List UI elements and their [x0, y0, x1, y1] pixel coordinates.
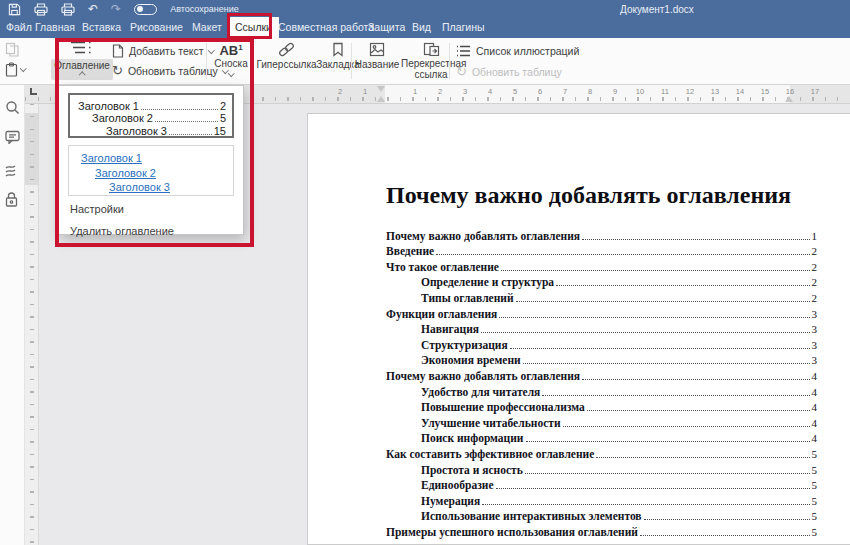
ruler-number-cm-11: 12	[686, 87, 694, 96]
menu-tab-7[interactable]: Защита	[368, 17, 405, 38]
toc-preview-row-0: Заголовок 12	[76, 99, 226, 112]
first-line-indent-marker[interactable]	[377, 86, 385, 92]
tab-stop-selector-icon[interactable]	[30, 88, 37, 95]
toc-entry-3: Определение и структура2	[386, 273, 817, 289]
undo-icon[interactable]: ↶	[88, 3, 98, 15]
protection-lock-icon[interactable]	[5, 192, 20, 207]
hyperlink-icon	[278, 42, 295, 57]
ruler-number-cm-12: 13	[711, 87, 719, 96]
toc-style-links-option[interactable]: Заголовок 1Заголовок 2Заголовок 3	[68, 145, 234, 196]
toc-remove-item[interactable]: Удалить оглавление	[70, 225, 174, 237]
toc-style-numbered-option[interactable]: Заголовок 12Заголовок 25Заголовок 315	[68, 93, 234, 138]
menu-tab-2[interactable]: Вставка	[82, 17, 121, 38]
toc-entry-0: Почему важно добавлять оглавления1	[386, 226, 817, 242]
ruler-number-cm-6: 7	[563, 87, 567, 96]
toc-entry-15: Простота и ясность5	[386, 460, 817, 476]
toc-entry-18: Использование интерактивных элементов5	[386, 507, 817, 523]
ribbon-toolbar: Оглавление Добавить текст ↻ Обновить таб…	[0, 38, 850, 85]
left-indent-marker[interactable]	[377, 96, 385, 102]
toc-link-preview-0: Заголовок 1	[81, 151, 227, 166]
right-indent-marker[interactable]	[785, 96, 793, 102]
toc-entry-10: Удобство для читателя4	[386, 382, 817, 398]
ruler-number-cm-14: 15	[761, 87, 769, 96]
group-separator	[449, 43, 450, 79]
hyperlink-button[interactable]: Гиперссылка	[258, 42, 315, 70]
ruler-number-margin-0: 2	[338, 87, 342, 96]
ruler-number-cm-7: 8	[588, 87, 592, 96]
refresh-icon: ↻	[456, 66, 467, 78]
toc-entry-8: Экономия времени3	[386, 351, 817, 367]
redo-icon[interactable]: ↷	[111, 3, 121, 15]
figures-list-label: Список иллюстраций	[476, 45, 579, 57]
footnote-button[interactable]: AB1 Сноска	[211, 40, 251, 76]
update-figures-table-button[interactable]: ↻ Обновить таблицу	[456, 66, 562, 78]
search-icon[interactable]	[5, 100, 20, 115]
toc-link-preview-2: Заголовок 3	[109, 180, 227, 195]
cross-reference-button[interactable]: Перекрестная ссылка	[400, 42, 462, 80]
menu-tab-9[interactable]: Плагины	[442, 17, 485, 38]
save-icon[interactable]	[7, 3, 21, 16]
autosave-label: Автосохранение	[170, 4, 239, 14]
print-icon[interactable]	[34, 3, 48, 16]
menu-tab-6[interactable]: Совместная работа	[278, 17, 374, 38]
hyperlink-label: Гиперссылка	[256, 59, 316, 70]
ruler-number-cm-2: 3	[463, 87, 467, 96]
caption-button[interactable]: Название	[354, 42, 400, 70]
menu-tab-0[interactable]: Файл	[6, 17, 32, 38]
add-text-icon	[112, 44, 124, 58]
add-text-label: Добавить текст	[129, 45, 204, 57]
toc-entry-4: Типы оглавлений2	[386, 288, 817, 304]
vertical-ruler	[25, 104, 39, 545]
ruler-number-cm-8: 9	[613, 87, 617, 96]
ruler-number-cm-4: 5	[513, 87, 517, 96]
quick-access-toolbar: ↶ ↷ Автосохранение	[7, 2, 239, 16]
toc-entry-16: Единообразие5	[386, 476, 817, 492]
ruler-number-cm-16: 17	[811, 87, 819, 96]
menu-tab-1[interactable]: Главная	[35, 17, 75, 38]
document-filename: Документ1.docx	[620, 4, 694, 15]
chevron-down-icon	[228, 70, 234, 76]
footnote-label: Сноска	[214, 58, 247, 69]
ruler-number-cm-15: 16	[786, 87, 794, 96]
paste-button[interactable]	[5, 62, 26, 77]
app-window: ↶ ↷ Автосохранение Документ1.docx ФайлГл…	[0, 0, 850, 545]
titlebar: ↶ ↷ Автосохранение Документ1.docx ФайлГл…	[0, 0, 850, 38]
table-of-contents-button[interactable]: Оглавление	[58, 40, 106, 80]
comments-icon[interactable]	[5, 130, 20, 145]
figures-list-button[interactable]: Список иллюстраций	[456, 45, 579, 57]
autosave-toggle[interactable]	[134, 4, 157, 15]
group-separator	[351, 43, 352, 79]
menu-tab-8[interactable]: Вид	[412, 17, 431, 38]
ruler-number-cm-3: 4	[488, 87, 492, 96]
menu-tab-5[interactable]: Ссылки	[228, 17, 279, 38]
menu-tab-3[interactable]: Рисование	[130, 17, 183, 38]
ruler-number-cm-13: 14	[736, 87, 744, 96]
group-separator	[252, 43, 253, 79]
ruler-number-cm-10: 11	[661, 87, 669, 96]
toc-entry-9: Почему важно добавлять оглавления4	[386, 366, 817, 382]
caption-icon	[369, 42, 385, 57]
edits-icon[interactable]	[5, 163, 20, 178]
document-toc: Почему важно добавлять оглавления1Введен…	[386, 226, 817, 538]
toc-entry-2: Что такое оглавление2	[386, 257, 817, 273]
menu-tab-4[interactable]: Макет	[192, 17, 222, 38]
left-sidebar	[0, 85, 25, 545]
footnote-icon: AB1	[219, 40, 242, 58]
ruler-number-margin-1: 1	[363, 87, 367, 96]
toc-entry-11: Повышение профессионализма4	[386, 398, 817, 414]
toc-entry-1: Введение2	[386, 242, 817, 258]
toc-entry-19: Примеры успешного использования оглавлен…	[386, 522, 817, 538]
quick-print-icon[interactable]	[61, 3, 75, 16]
document-page: Почему важно добавлять оглавления Почему…	[307, 113, 850, 545]
toc-entry-14: Как составить эффективное оглавление5	[386, 444, 817, 460]
add-text-button[interactable]: Добавить текст	[112, 44, 213, 58]
toc-settings-item[interactable]: Настройки	[70, 203, 124, 215]
toc-button-pressed-area[interactable]: Оглавление	[51, 59, 113, 80]
toc-entry-6: Навигация3	[386, 320, 817, 336]
update-table-button[interactable]: ↻ Обновить таблицу	[112, 65, 227, 77]
toc-entry-12: Улучшение читабельности4	[386, 413, 817, 429]
toc-entry-5: Функции оглавления3	[386, 304, 817, 320]
update-figures-table-label: Обновить таблицу	[472, 66, 562, 78]
copy-icon[interactable]	[5, 42, 20, 61]
menu-tabs: ФайлГлавнаяВставкаРисованиеМакетСсылкиСо…	[0, 17, 850, 38]
